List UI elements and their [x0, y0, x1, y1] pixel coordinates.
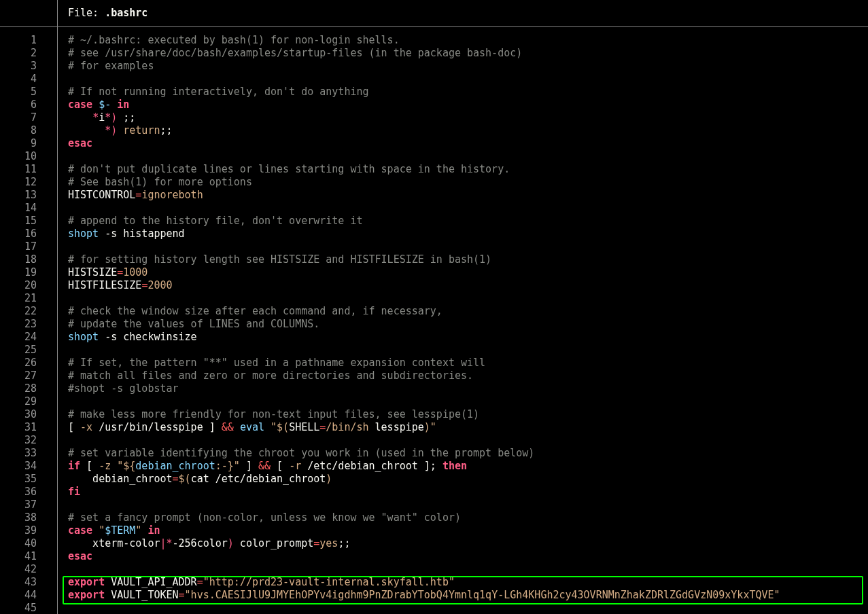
code-line[interactable]: if [ -z "${debian_chroot:-}" ] && [ -r /… [68, 460, 868, 473]
code-line[interactable]: case $- in [68, 98, 868, 111]
code-line[interactable] [68, 202, 868, 215]
code-line[interactable]: # check the window size after each comma… [68, 305, 868, 318]
code-line[interactable]: # for examples [68, 60, 868, 73]
code-line[interactable] [68, 563, 868, 576]
code-line[interactable]: # set a fancy prompt (non-color, unless … [68, 511, 868, 524]
line-number: 45 [0, 602, 37, 614]
line-number: 41 [0, 550, 37, 563]
code-line[interactable] [68, 292, 868, 305]
code-line[interactable]: # append to the history file, don't over… [68, 215, 868, 228]
line-number: 29 [0, 395, 37, 408]
code-line[interactable]: esac [68, 550, 868, 563]
line-number: 15 [0, 215, 37, 228]
code-content[interactable]: # ~/.bashrc: executed by bash(1) for non… [58, 27, 868, 614]
code-line[interactable]: # If set, the pattern "**" used in a pat… [68, 357, 868, 369]
line-number: 17 [0, 240, 37, 253]
code-line[interactable]: shopt -s checkwinsize [68, 331, 868, 344]
line-number: 12 [0, 176, 37, 189]
code-line[interactable]: # See bash(1) for more options [68, 176, 868, 189]
code-line[interactable]: #shopt -s globstar [68, 382, 868, 395]
code-line[interactable]: *i*) ;; [68, 111, 868, 124]
line-number: 16 [0, 228, 37, 240]
line-number: 9 [0, 137, 37, 150]
code-line[interactable] [68, 434, 868, 447]
file-label: File: [68, 7, 105, 20]
code-line[interactable]: # match all files and zero or more direc… [68, 369, 868, 382]
line-number: 27 [0, 369, 37, 382]
line-number: 11 [0, 163, 37, 176]
code-area: 1234567891011121314151617181920212223242… [0, 27, 868, 614]
code-line[interactable]: fi [68, 486, 868, 499]
line-number: 36 [0, 486, 37, 499]
line-number: 4 [0, 73, 37, 86]
code-line[interactable]: xterm-color|*-256color) color_prompt=yes… [68, 537, 868, 550]
line-number: 34 [0, 460, 37, 473]
line-number: 18 [0, 253, 37, 266]
line-number: 37 [0, 499, 37, 511]
line-number: 21 [0, 292, 37, 305]
line-number: 23 [0, 318, 37, 331]
code-line[interactable] [68, 150, 868, 163]
code-line[interactable] [68, 73, 868, 86]
line-number: 13 [0, 189, 37, 202]
code-line[interactable] [68, 602, 868, 614]
code-line[interactable]: HISTSIZE=1000 [68, 266, 868, 279]
line-number: 24 [0, 331, 37, 344]
line-number: 35 [0, 473, 37, 486]
code-line[interactable]: # don't put duplicate lines or lines sta… [68, 163, 868, 176]
line-number: 28 [0, 382, 37, 395]
code-line[interactable]: export VAULT_TOKEN="hvs.CAESIJlU9JMYEhOP… [68, 589, 868, 602]
code-line[interactable]: # set variable identifying the chroot yo… [68, 447, 868, 460]
line-number: 5 [0, 86, 37, 98]
code-line[interactable]: shopt -s histappend [68, 228, 868, 240]
code-line[interactable]: export VAULT_API_ADDR="http://prd23-vaul… [68, 576, 868, 589]
code-line[interactable]: # for setting history length see HISTSIZ… [68, 253, 868, 266]
code-line[interactable] [68, 344, 868, 357]
file-header: File: .bashrc [0, 0, 868, 27]
code-line[interactable]: esac [68, 137, 868, 150]
line-number: 7 [0, 111, 37, 124]
line-number: 44 [0, 589, 37, 602]
header-gutter [0, 0, 58, 26]
line-number: 8 [0, 124, 37, 137]
code-line[interactable]: # ~/.bashrc: executed by bash(1) for non… [68, 34, 868, 47]
code-line[interactable] [68, 499, 868, 511]
line-number: 30 [0, 408, 37, 421]
line-number: 31 [0, 421, 37, 434]
code-line[interactable]: HISTCONTROL=ignoreboth [68, 189, 868, 202]
line-number: 20 [0, 279, 37, 292]
code-line[interactable]: [ -x /usr/bin/lesspipe ] && eval "$(SHEL… [68, 421, 868, 434]
line-number: 42 [0, 563, 37, 576]
line-number: 26 [0, 357, 37, 369]
line-number: 39 [0, 524, 37, 537]
code-line[interactable]: debian_chroot=$(cat /etc/debian_chroot) [68, 473, 868, 486]
line-number: 43 [0, 576, 37, 589]
line-number: 3 [0, 60, 37, 73]
code-line[interactable] [68, 240, 868, 253]
line-number-gutter: 1234567891011121314151617181920212223242… [0, 27, 58, 614]
line-number: 32 [0, 434, 37, 447]
header-content: File: .bashrc [58, 0, 147, 26]
line-number: 33 [0, 447, 37, 460]
line-number: 2 [0, 47, 37, 60]
line-number: 14 [0, 202, 37, 215]
code-line[interactable]: # see /usr/share/doc/bash/examples/start… [68, 47, 868, 60]
code-line[interactable]: HISTFILESIZE=2000 [68, 279, 868, 292]
line-number: 38 [0, 511, 37, 524]
line-number: 40 [0, 537, 37, 550]
code-line[interactable] [68, 395, 868, 408]
line-number: 22 [0, 305, 37, 318]
code-line[interactable]: # update the values of LINES and COLUMNS… [68, 318, 868, 331]
filename: .bashrc [105, 7, 147, 20]
line-number: 1 [0, 34, 37, 47]
code-line[interactable]: *) return;; [68, 124, 868, 137]
code-line[interactable]: # If not running interactively, don't do… [68, 86, 868, 98]
code-line[interactable]: case "$TERM" in [68, 524, 868, 537]
code-line[interactable]: # make less more friendly for non-text i… [68, 408, 868, 421]
line-number: 10 [0, 150, 37, 163]
line-number: 25 [0, 344, 37, 357]
line-number: 19 [0, 266, 37, 279]
line-number: 6 [0, 98, 37, 111]
